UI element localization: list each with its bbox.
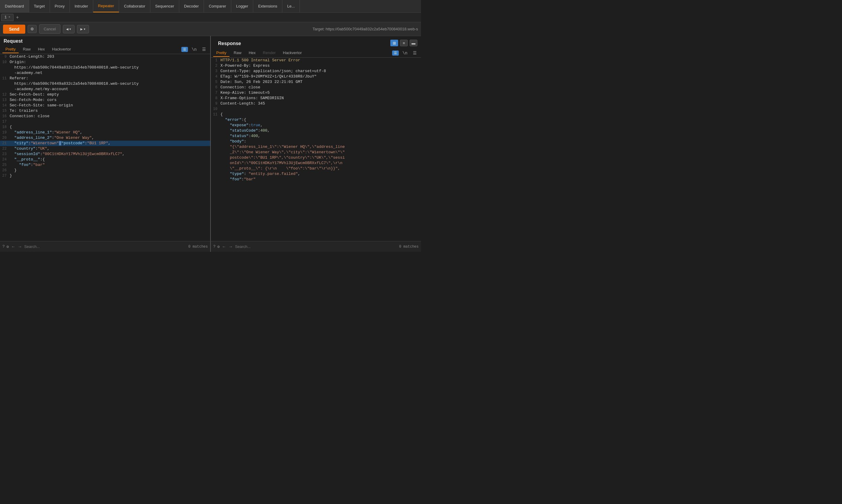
request-header: Request [0, 36, 210, 45]
nav-more[interactable]: Le... [282, 0, 300, 12]
table-row: "{\"address_line_1\":\"Wiener HQ\",\"add… [211, 144, 421, 150]
view-pretty-btn[interactable]: ⊞ [390, 40, 398, 46]
response-tab-raw[interactable]: Raw [231, 49, 245, 57]
table-row: "foo":"bar" [211, 177, 421, 182]
request-tab-raw[interactable]: Raw [20, 46, 34, 53]
send-button[interactable]: Send [3, 25, 25, 34]
table-row: 27 } [0, 173, 210, 179]
bottom-bar: ? ⚙ ← → 0 matches ? ⚙ ← → 0 matches [0, 241, 421, 252]
nav-proxy[interactable]: Proxy [50, 0, 70, 12]
table-row: https://0ab500c70449a832c2a54eb700840018… [0, 81, 210, 87]
table-row: "type": "entity.parse.failed", [211, 171, 421, 177]
table-row: "expose":true, [211, 123, 421, 128]
response-code-area[interactable]: 1 HTTP/1.1 500 Internal Server Error 2 X… [211, 58, 421, 241]
response-tab-hackvertor[interactable]: Hackvertor [280, 49, 305, 57]
table-row: 24 "__proto__":{ [0, 157, 210, 162]
toolbar: Send ⚙ Cancel ◀ ▾ ▶ ▾ Target: https://0a… [0, 22, 421, 36]
request-menu-icon[interactable]: ☰ [200, 46, 208, 53]
settings-icon[interactable]: ⚙ [6, 244, 9, 249]
response-newline-icon[interactable]: \n [401, 50, 409, 56]
table-row: 15 Te: trailers [0, 108, 210, 113]
table-row: 10 [211, 106, 421, 112]
nav-extensions[interactable]: Extensions [253, 0, 282, 12]
nav-sequencer[interactable]: Sequencer [150, 0, 179, 12]
tab-add-btn[interactable]: + [14, 15, 21, 20]
response-search-input[interactable] [235, 244, 397, 249]
back-dropdown-icon[interactable]: ▾ [69, 27, 72, 32]
forward-nav-icon[interactable]: → [17, 244, 22, 249]
table-row: 21 "city":"Wienertown"|"postcode":"BU1 1… [0, 141, 210, 146]
forward-arrow-icon: ▶ [80, 27, 83, 32]
table-row: 26 } [0, 168, 210, 173]
nav-repeater[interactable]: Repeater [93, 0, 119, 12]
response-tab-hex[interactable]: Hex [246, 49, 259, 57]
table-row: 4 ETag: W/"159-9+20MfH2Z+1/QkLr4338R8/Jb… [211, 74, 421, 79]
response-format-icon[interactable]: ☰ [392, 51, 399, 56]
request-panel: Request Pretty Raw Hex Hackvertor ☰ \n ☰… [0, 36, 211, 241]
request-search-input[interactable] [24, 244, 187, 249]
table-row: -academy.net [0, 70, 210, 76]
response-tab-pretty[interactable]: Pretty [213, 49, 229, 57]
request-panel-tabs: Pretty Raw Hex Hackvertor ☰ \n ☰ [0, 45, 210, 54]
repeater-tab-1[interactable]: 1 × [1, 14, 14, 21]
table-row: https://0ab500c70449a832c2a54eb700840018… [0, 65, 210, 70]
table-row: "error":{ [211, 117, 421, 123]
table-row: 6 Connection: close [211, 85, 421, 90]
table-row: "body": [211, 139, 421, 144]
request-tab-hex[interactable]: Hex [35, 46, 48, 53]
nav-forward-button[interactable]: ▶ ▾ [77, 25, 89, 33]
back-nav-icon[interactable]: ← [11, 244, 16, 249]
table-row: 19 "address_line_1":"Wiener HQ", [0, 130, 210, 135]
help-icon[interactable]: ? [2, 244, 5, 249]
nav-back-button[interactable]: ◀ ▾ [63, 25, 75, 33]
table-row: "statusCode":400, [211, 128, 421, 133]
table-row: 18 { [0, 124, 210, 130]
nav-dashboard[interactable]: Dashboard [0, 0, 29, 12]
table-row: 22 "country":"UK", [0, 146, 210, 151]
table-row: 23 "sessionId":"00C1tHDKoY17MVhl3UjEwcm0… [0, 151, 210, 157]
response-match-count: 0 matches [399, 245, 419, 249]
nav-comparer[interactable]: Comparer [204, 0, 231, 12]
table-row: 12 Sec-Fetch-Dest: empty [0, 92, 210, 97]
table-row: 9 Content-Length: 345 [211, 101, 421, 106]
forward-dropdown-icon[interactable]: ▾ [83, 27, 86, 32]
nav-intruder[interactable]: Intruder [70, 0, 93, 12]
table-row: 9 Content-Length: 203 [0, 54, 210, 59]
request-format-icon[interactable]: ☰ [181, 47, 188, 52]
request-search-section: ? ⚙ ← → 0 matches [0, 241, 211, 252]
response-header: Response [214, 38, 245, 48]
cancel-button[interactable]: Cancel [39, 24, 60, 34]
nav-decoder[interactable]: Decoder [179, 0, 204, 12]
nav-collaborator[interactable]: Collaborator [119, 0, 150, 12]
request-code-area[interactable]: 9 Content-Length: 203 10 Origin: https:/… [0, 54, 210, 241]
request-newline-icon[interactable]: \n [190, 47, 198, 53]
nav-logger[interactable]: Logger [231, 0, 253, 12]
main-content: Request Pretty Raw Hex Hackvertor ☰ \n ☰… [0, 36, 421, 241]
request-match-count: 0 matches [188, 245, 208, 249]
target-info: Target: https://0ab500c70449a832c2a54eb7… [313, 27, 418, 31]
tab-close-btn[interactable]: × [8, 16, 10, 19]
request-tab-pretty[interactable]: Pretty [2, 46, 19, 53]
table-row: "status":400, [211, 133, 421, 139]
table-row: 10 Origin: [0, 59, 210, 65]
table-row: 11 { [211, 112, 421, 117]
request-tab-hackvertor[interactable]: Hackvertor [49, 46, 74, 53]
response-back-nav-icon[interactable]: ← [222, 244, 226, 249]
response-search-section: ? ⚙ ← → 0 matches [211, 241, 421, 252]
response-menu-icon[interactable]: ☰ [411, 50, 419, 56]
table-row: 3 Content-Type: application/json; charse… [211, 69, 421, 74]
nav-target[interactable]: Target [29, 0, 50, 12]
response-forward-nav-icon[interactable]: → [228, 244, 233, 249]
response-settings-icon[interactable]: ⚙ [217, 244, 220, 249]
table-row: -academy.net/my-account [0, 87, 210, 92]
table-row: 20 "address_line_2":"One Wiener Way", [0, 135, 210, 141]
table-row: 14 Sec-Fetch-Site: same-origin [0, 103, 210, 108]
settings-icon-button[interactable]: ⚙ [28, 25, 37, 33]
table-row: 7 Keep-Alive: timeout=5 [211, 90, 421, 95]
table-row: 5 Date: Sun, 26 Feb 2023 22:21:01 GMT [211, 79, 421, 85]
view-split-btn[interactable]: ≡ [400, 40, 408, 46]
view-full-btn[interactable]: ▬ [409, 40, 417, 46]
table-row: 16 Connection: close [0, 113, 210, 119]
response-help-icon[interactable]: ? [213, 244, 216, 249]
table-row: _2\":\"One Wiener Way\",\"city\":\"Wiene… [211, 150, 421, 155]
